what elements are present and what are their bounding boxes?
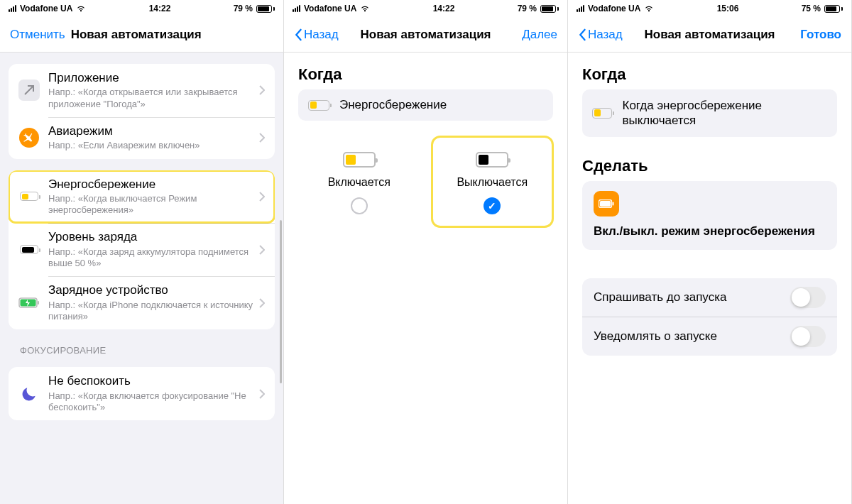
back-label: Назад: [304, 28, 339, 42]
carrier-label: Vodafone UA: [20, 4, 72, 13]
scrollbar[interactable]: [280, 220, 282, 383]
toggle-ask-before-run: Спрашивать до запуска: [582, 278, 837, 317]
battery-icon: [540, 5, 559, 13]
row-title: Энергосбережение: [48, 177, 255, 192]
row-sub: Напр.: «Когда включается фокусирование "…: [48, 390, 255, 414]
choice-turns-on[interactable]: Включается: [298, 136, 420, 227]
signal-icon: [293, 5, 300, 12]
trigger-battery-level[interactable]: Уровень зарядаНапр.: «Когда заряд аккуму…: [9, 223, 275, 276]
nav-title: Новая автоматизация: [360, 28, 491, 42]
content: Когда Энергосбережение Включается Выключ…: [284, 53, 567, 504]
trigger-group-3: Не беспокоитьНапр.: «Когда включается фо…: [9, 367, 275, 420]
battery-off-icon: [476, 152, 508, 168]
next-button[interactable]: Далее: [522, 28, 557, 42]
svg-rect-2: [38, 301, 39, 305]
done-button[interactable]: Готово: [800, 28, 841, 42]
when-header: Когда: [298, 65, 553, 84]
battery-icon: [824, 5, 843, 13]
clock: 15:06: [717, 4, 739, 13]
toggle-switch[interactable]: [790, 287, 826, 308]
row-title: Зарядное устройство: [48, 283, 255, 297]
chevron-right-icon: [259, 245, 265, 255]
row-sub: Напр.: «Когда заряд аккумулятора подниме…: [48, 246, 255, 270]
row-sub: Напр.: «Когда открывается или закрываетс…: [48, 87, 255, 110]
nav-bar: Назад Новая автоматизация Готово: [568, 17, 851, 53]
status-bar: Vodafone UA 15:06 75 %: [568, 0, 851, 17]
action-title: Вкл./выкл. режим энергосбережения: [594, 224, 826, 239]
low-power-icon: [18, 186, 40, 207]
battery-level-icon: [18, 239, 40, 261]
status-bar: Vodafone UA 14:22 79 %: [0, 0, 283, 17]
cancel-button[interactable]: Отменить: [10, 28, 65, 42]
carrier-label: Vodafone UA: [304, 4, 356, 13]
screen-triggers: Vodafone UA 14:22 79 % Отменить Новая ав…: [0, 0, 284, 504]
signal-icon: [577, 5, 584, 12]
airplane-icon: [18, 127, 40, 148]
chevron-right-icon: [259, 192, 265, 202]
when-header: Когда: [582, 65, 837, 84]
nav-bar: Назад Новая автоматизация Далее: [284, 17, 567, 53]
svg-rect-6: [600, 201, 611, 207]
app-icon: [18, 80, 40, 101]
trigger-summary[interactable]: Когда энергосбережение выключается: [582, 89, 837, 137]
trigger-label: Энергосбережение: [339, 98, 447, 112]
back-button[interactable]: Назад: [578, 28, 623, 42]
clock: 14:22: [149, 4, 171, 13]
section-focus-label: ФОКУСИРОВАНИЕ: [20, 345, 263, 356]
chevron-right-icon: [259, 389, 265, 399]
screen-when: Vodafone UA 14:22 79 % Назад Новая автом…: [284, 0, 568, 504]
battery-pct: 79 %: [518, 4, 537, 13]
trigger-app[interactable]: ПриложениеНапр.: «Когда открывается или …: [9, 64, 275, 117]
action-low-power-icon: [594, 191, 619, 217]
trigger-dnd[interactable]: Не беспокоитьНапр.: «Когда включается фо…: [9, 367, 275, 420]
nav-title: Новая автоматизация: [644, 28, 775, 42]
chevron-right-icon: [259, 133, 265, 143]
content-scroll[interactable]: ПриложениеНапр.: «Когда открывается или …: [0, 53, 283, 504]
action-card[interactable]: Вкл./выкл. режим энергосбережения: [582, 181, 837, 250]
trigger-group-1: ПриложениеНапр.: «Когда открывается или …: [9, 64, 275, 159]
row-sub: Напр.: «Когда выключается Режим энергосб…: [48, 193, 255, 217]
screen-summary: Vodafone UA 15:06 75 % Назад Новая автом…: [568, 0, 852, 504]
wifi-icon: [360, 5, 370, 12]
row-sub: Напр.: «Если Авиарежим включен»: [48, 140, 255, 151]
battery-icon: [256, 5, 275, 13]
row-title: Уровень заряда: [48, 230, 255, 244]
trigger-summary[interactable]: Энергосбережение: [298, 89, 553, 121]
nav-bar: Отменить Новая автоматизация: [0, 17, 283, 53]
toggle-switch[interactable]: [790, 326, 826, 347]
back-label: Назад: [588, 28, 623, 42]
row-sub: Напр.: «Когда iPhone подключается к исто…: [48, 300, 255, 323]
radio-unchecked-icon: [351, 197, 368, 214]
trigger-label: Когда энергосбережение выключается: [622, 98, 827, 128]
radio-checked-icon: ✓: [484, 197, 501, 214]
trigger-low-power[interactable]: ЭнергосбережениеНапр.: «Когда выключаетс…: [9, 170, 275, 224]
signal-icon: [9, 5, 16, 12]
nav-title: Новая автоматизация: [71, 28, 202, 42]
battery-on-icon: [343, 152, 376, 168]
trigger-group-2: ЭнергосбережениеНапр.: «Когда выключаетс…: [9, 170, 275, 330]
low-power-icon: [592, 108, 612, 119]
battery-pct: 75 %: [802, 4, 821, 13]
choice-group: Включается Выключается ✓: [298, 136, 553, 227]
row-title: Не беспокоить: [48, 374, 255, 388]
wifi-icon: [76, 5, 86, 12]
trigger-airplane[interactable]: АвиарежимНапр.: «Если Авиарежим включен»: [9, 117, 275, 159]
moon-icon: [18, 383, 40, 405]
toggle-label: Уведомлять о запуске: [594, 329, 717, 344]
clock: 14:22: [433, 4, 455, 13]
chevron-right-icon: [259, 85, 265, 95]
wifi-icon: [644, 5, 654, 12]
toggle-notify-on-run: Уведомлять о запуске: [582, 317, 837, 356]
carrier-label: Vodafone UA: [588, 4, 640, 13]
status-bar: Vodafone UA 14:22 79 %: [284, 0, 567, 17]
do-header: Сделать: [582, 157, 837, 175]
choice-turns-off[interactable]: Выключается ✓: [432, 136, 554, 227]
toggle-label: Спрашивать до запуска: [594, 290, 726, 305]
row-title: Авиарежим: [48, 124, 255, 138]
back-button[interactable]: Назад: [294, 28, 339, 42]
content: Когда Когда энергосбережение выключается…: [568, 53, 851, 504]
charger-icon: [18, 292, 40, 314]
toggle-group: Спрашивать до запуска Уведомлять о запус…: [582, 278, 837, 356]
trigger-charger[interactable]: Зарядное устройствоНапр.: «Когда iPhone …: [9, 276, 275, 329]
chevron-right-icon: [259, 298, 265, 308]
